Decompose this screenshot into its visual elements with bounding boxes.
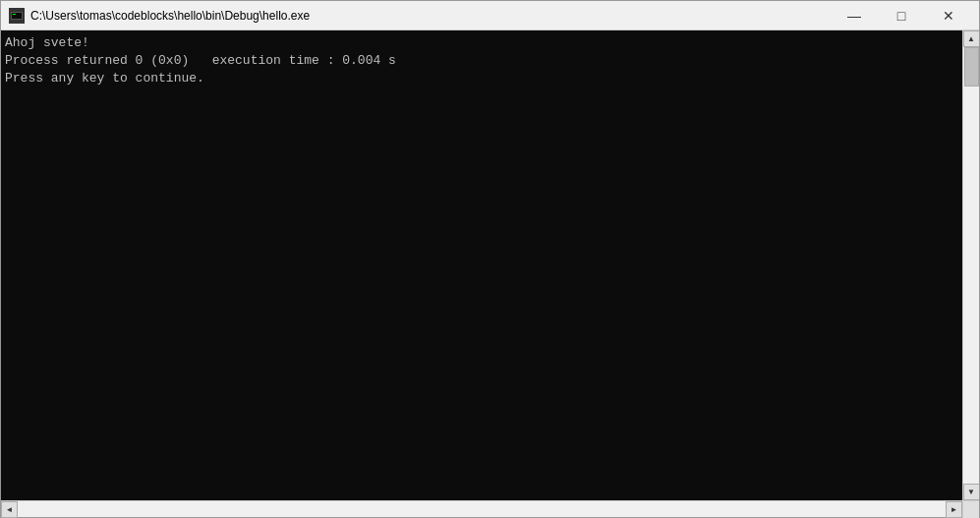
output-line-2: Process returned 0 (0x0) execution time … xyxy=(5,52,958,70)
scroll-up-button[interactable]: ▲ xyxy=(963,30,980,47)
title-bar: C:\Users\tomas\codeblocks\hello\bin\Debu… xyxy=(1,1,979,30)
horizontal-scrollbar: ◄ ► xyxy=(1,501,962,517)
maximize-button[interactable]: □ xyxy=(879,4,924,28)
scroll-track-vertical[interactable] xyxy=(963,47,979,484)
close-button[interactable]: ✕ xyxy=(926,4,971,28)
scroll-left-button[interactable]: ◄ xyxy=(1,501,18,518)
window-icon xyxy=(9,8,25,24)
output-line-3: Press any key to continue. xyxy=(5,70,958,87)
console-area: Ahoj svete! Process returned 0 (0x0) exe… xyxy=(1,30,979,500)
console-content: Ahoj svete! Process returned 0 (0x0) exe… xyxy=(1,30,962,500)
scroll-thumb-vertical[interactable] xyxy=(964,47,979,86)
svg-rect-1 xyxy=(12,13,22,19)
scroll-right-button[interactable]: ► xyxy=(946,501,962,518)
console-window: C:\Users\tomas\codeblocks\hello\bin\Debu… xyxy=(0,0,980,518)
scroll-track-horizontal[interactable] xyxy=(18,501,946,517)
scroll-down-button[interactable]: ▼ xyxy=(963,484,980,500)
window-title: C:\Users\tomas\codeblocks\hello\bin\Debu… xyxy=(30,9,824,23)
output-line-1: Ahoj svete! xyxy=(5,34,958,52)
scrollbar-corner xyxy=(962,501,979,518)
window-controls: — □ ✕ xyxy=(832,4,971,28)
bottom-bar: ◄ ► xyxy=(1,500,979,517)
minimize-button[interactable]: — xyxy=(832,4,877,28)
svg-rect-2 xyxy=(13,14,16,15)
vertical-scrollbar: ▲ ▼ xyxy=(962,30,979,500)
